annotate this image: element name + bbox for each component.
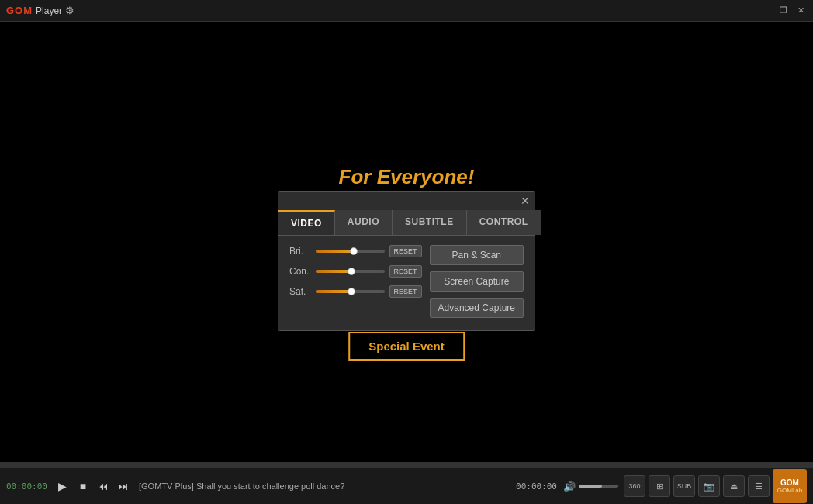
pan-scan-button[interactable]: Pan & Scan	[430, 245, 524, 265]
gom-logo-text: GOM	[780, 478, 799, 487]
play-button[interactable]: ▶	[55, 478, 71, 494]
tab-subtitle[interactable]: SUBTITLE	[393, 210, 467, 235]
right-icons: 360 ⊞ SUB 📷 ⏏ ☰	[624, 475, 770, 497]
subtitle-button[interactable]: SUB	[673, 475, 695, 497]
dialog-close-button[interactable]: ✕	[521, 195, 530, 207]
playback-buttons: ▶ ■ ⏮ ⏭	[55, 478, 131, 494]
saturation-row: Sat. RESET	[289, 285, 422, 298]
saturation-slider[interactable]	[316, 290, 385, 293]
special-event-button[interactable]: Special Event	[348, 332, 465, 361]
app-title: Player	[36, 5, 62, 16]
brightness-slider[interactable]	[316, 250, 385, 253]
next-button[interactable]: ⏭	[116, 478, 131, 494]
sliders-section: Bri. RESET Con. RES	[289, 245, 422, 318]
window-controls: — ❐ ✕	[760, 5, 807, 17]
contrast-label: Con.	[289, 266, 311, 277]
volume-icon: 🔊	[563, 481, 576, 492]
progress-bar[interactable]	[0, 463, 813, 468]
time-total: 00:00:00	[516, 482, 557, 492]
gom-logo-button[interactable]: GOM GOMLab	[773, 469, 807, 503]
saturation-reset-button[interactable]: RESET	[389, 285, 422, 298]
close-button[interactable]: ✕	[794, 5, 807, 17]
video-settings-dialog: ✕ VIDEO AUDIO SUBTITLE CONTROL Bri.	[278, 191, 535, 331]
saturation-label: Sat.	[289, 286, 311, 297]
tab-audio[interactable]: AUDIO	[335, 210, 393, 235]
screen-capture-button[interactable]: Screen Capture	[430, 271, 524, 292]
settings-icon[interactable]: ⚙	[65, 5, 74, 16]
volume-fill	[579, 485, 602, 488]
contrast-reset-button[interactable]: RESET	[389, 265, 422, 278]
eject-button[interactable]: ⏏	[723, 475, 745, 497]
bottom-bar: 00:00:00 ▶ ■ ⏮ ⏭ [GOMTV Plus] Shall you …	[0, 462, 813, 504]
brightness-reset-button[interactable]: RESET	[389, 245, 422, 257]
time-elapsed: 00:00:00	[6, 482, 47, 492]
restore-button[interactable]: ❐	[777, 5, 790, 17]
brightness-row: Bri. RESET	[289, 245, 422, 257]
controls-row: Bri. RESET Con. RES	[289, 245, 524, 318]
volume-slider[interactable]	[579, 485, 618, 488]
dialog-titlebar: ✕	[278, 192, 535, 210]
song-title: [GOMTV Plus] Shall you start to challeng…	[139, 482, 516, 491]
action-buttons: Pan & Scan Screen Capture Advanced Captu…	[430, 245, 524, 318]
promo-text: For Everyone!	[339, 165, 475, 189]
video-area: For Everyone! Special Event ✕ VIDEO AUDI…	[0, 22, 813, 462]
tab-control[interactable]: CONTROL	[467, 210, 541, 235]
app-logo: GOM	[6, 5, 33, 16]
gom-logo-sub: GOMLab	[777, 487, 802, 494]
playback-controls: 00:00:00 ▶ ■ ⏮ ⏭ [GOMTV Plus] Shall you …	[0, 468, 813, 504]
prev-button[interactable]: ⏮	[95, 478, 111, 494]
360-button[interactable]: 360	[624, 475, 645, 497]
minimize-button[interactable]: —	[760, 5, 773, 17]
dialog-tabs: VIDEO AUDIO SUBTITLE CONTROL	[278, 210, 535, 236]
menu-button[interactable]: ☰	[748, 475, 770, 497]
tab-video[interactable]: VIDEO	[278, 210, 335, 235]
playlist-button[interactable]: ⊞	[649, 475, 670, 497]
stop-button[interactable]: ■	[75, 478, 91, 494]
advanced-capture-button[interactable]: Advanced Capture	[430, 298, 524, 318]
contrast-row: Con. RESET	[289, 265, 422, 278]
brightness-label: Bri.	[289, 246, 311, 257]
dialog-content: Bri. RESET Con. RES	[278, 236, 535, 330]
titlebar: GOM Player ⚙ — ❐ ✕	[0, 0, 813, 22]
contrast-slider[interactable]	[316, 270, 385, 273]
screenshot-button[interactable]: 📷	[698, 475, 720, 497]
